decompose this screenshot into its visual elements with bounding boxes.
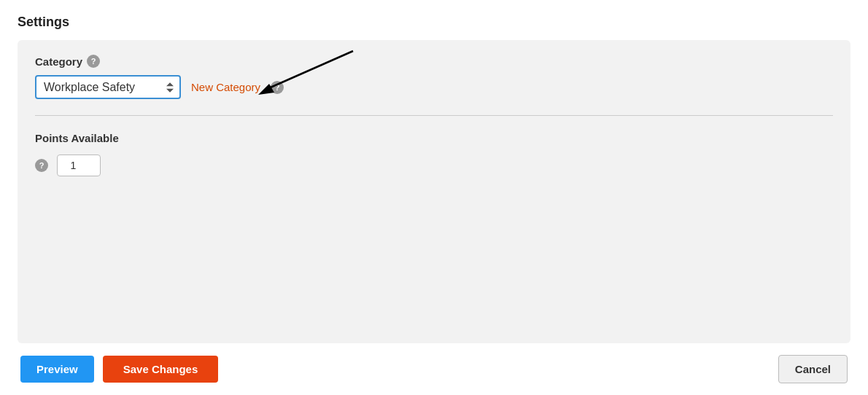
points-label: Points Available xyxy=(35,132,833,144)
category-controls: Workplace Safety General HR Finance IT N… xyxy=(35,75,833,99)
cancel-button[interactable]: Cancel xyxy=(778,355,848,383)
points-help-icon[interactable]: ? xyxy=(35,159,48,172)
category-label: Category xyxy=(35,55,82,68)
points-section: Points Available ? xyxy=(35,132,833,176)
new-category-help-icon[interactable]: ? xyxy=(271,81,284,94)
page-title: Settings xyxy=(18,15,850,30)
category-label-row: Category ? xyxy=(35,55,833,68)
category-select[interactable]: Workplace Safety General HR Finance IT xyxy=(35,75,181,99)
preview-button[interactable]: Preview xyxy=(20,356,94,383)
category-section: Category ? Workplace Safety General HR F… xyxy=(35,55,833,99)
footer-left: Preview Save Changes xyxy=(20,356,218,383)
footer-bar: Preview Save Changes Cancel xyxy=(18,355,850,383)
points-input[interactable] xyxy=(57,155,101,176)
section-divider xyxy=(35,115,833,116)
points-controls: ? xyxy=(35,155,833,176)
new-category-link[interactable]: New Category xyxy=(191,81,260,93)
save-changes-button[interactable]: Save Changes xyxy=(103,356,219,383)
category-help-icon[interactable]: ? xyxy=(87,55,100,68)
settings-panel: Category ? Workplace Safety General HR F… xyxy=(18,40,850,343)
